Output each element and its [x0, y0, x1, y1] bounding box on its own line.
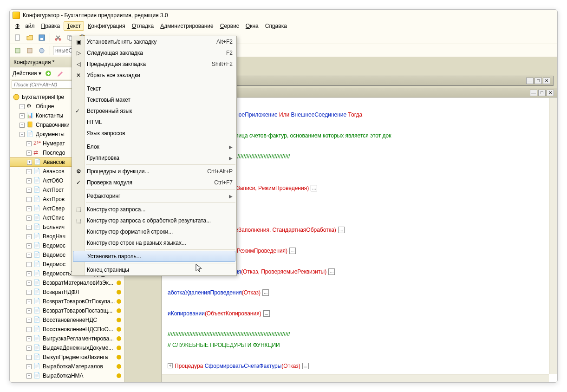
submenu-arrow-icon: ▶ [229, 156, 233, 161]
menu-query-constructor[interactable]: ⬚Конструктор запроса... [72, 204, 236, 215]
svg-rect-10 [27, 48, 32, 53]
scrollbar-vertical[interactable] [549, 98, 557, 374]
menu-service[interactable]: Сервис [217, 22, 242, 30]
menu-query-lang[interactable]: Язык запросов [72, 128, 236, 139]
menu-set-bookmark[interactable]: ▣Установить/снять закладкуAlt+F2 [72, 36, 236, 47]
menu-text-template[interactable]: Текстовый макет [72, 94, 236, 105]
tool-icon[interactable] [25, 46, 35, 56]
tool-icon[interactable] [13, 46, 23, 56]
menubar: Файл Правка Текст Конфигурация Отладка А… [10, 21, 557, 31]
new-icon[interactable] [13, 33, 23, 43]
svg-rect-2 [40, 38, 43, 40]
submenu-arrow-icon: ▶ [229, 194, 233, 199]
submenu-arrow-icon: ▶ [229, 144, 233, 150]
menu-procedures[interactable]: ⚙Процедуры и функции...Crtl+Alt+P [72, 166, 236, 177]
text-menu-dropdown: ▣Установить/снять закладкуAlt+F2 ▷Следую… [72, 36, 237, 276]
menu-query-constructor-result[interactable]: ⬚Конструктор запроса с обработкой резуль… [72, 215, 236, 226]
folder-icon: ⚙ [26, 103, 34, 110]
window-title: Конфигуратор - Бухгалтерия предприятия, … [23, 12, 168, 19]
check-icon: ✓ [75, 108, 80, 114]
menu-file[interactable]: Файл [13, 22, 38, 30]
minimize-icon[interactable]: — [526, 78, 534, 84]
menu-config[interactable]: Конфигурация [85, 22, 128, 30]
tree-expand-icon[interactable]: + [20, 113, 25, 118]
menu-string-constructor[interactable]: Конструктор строк на разных языках... [72, 237, 236, 248]
tool-icon[interactable] [37, 46, 47, 56]
menu-refactoring[interactable]: Рефакторинг▶ [72, 190, 236, 202]
scrollbar-horizontal[interactable] [162, 374, 549, 382]
tree-expand-icon[interactable]: + [20, 123, 25, 128]
svg-rect-0 [15, 35, 20, 40]
globe-icon [13, 93, 20, 101]
menu-text[interactable]: Текст [64, 21, 84, 31]
save-icon[interactable] [37, 33, 47, 43]
add-icon[interactable] [43, 68, 53, 78]
menu-edit[interactable]: Правка [39, 22, 63, 30]
menu-page-end[interactable]: Конец страницы [72, 264, 236, 275]
svg-point-17 [13, 94, 19, 100]
close-icon[interactable]: ✕ [547, 90, 554, 96]
maximize-icon[interactable]: □ [538, 90, 546, 96]
menu-grouping[interactable]: Группировка▶ [72, 152, 236, 163]
svg-rect-9 [15, 48, 20, 53]
menu-prev-bookmark[interactable]: ◁Предыдущая закладкаShift+F2 [72, 59, 236, 70]
menu-admin[interactable]: Администрирование [157, 22, 216, 30]
clear-icon: ✕ [75, 72, 82, 79]
titlebar: Конфигуратор - Бухгалтерия предприятия, … [10, 10, 557, 21]
menu-help[interactable]: Справка [262, 22, 290, 30]
menu-clear-bookmarks[interactable]: ✕Убрать все закладки [72, 70, 236, 81]
cut-icon[interactable] [53, 33, 63, 43]
close-icon[interactable]: ✕ [543, 78, 550, 84]
open-icon[interactable] [25, 33, 35, 43]
menu-block[interactable]: Блок▶ [72, 141, 236, 152]
menu-format-constructor[interactable]: Конструктор форматной строки... [72, 226, 236, 237]
maximize-icon[interactable]: □ [534, 78, 542, 84]
svg-point-11 [39, 48, 44, 53]
catalog-icon: 📒 [26, 121, 34, 129]
check-icon: ✓ [75, 179, 82, 186]
menu-next-bookmark[interactable]: ▷Следующая закладкаF2 [72, 47, 236, 59]
docs-icon: 📄 [26, 131, 34, 138]
minimize-icon[interactable]: — [530, 90, 537, 96]
menu-debug[interactable]: Отладка [129, 22, 156, 30]
tree-collapse-icon[interactable]: − [20, 132, 25, 137]
menu-check-module[interactable]: ✓Проверка модуляCtrl+F7 [72, 177, 236, 188]
sidebar-actions[interactable]: Действия ▾ [13, 70, 41, 77]
const-icon: 📊 [26, 112, 34, 119]
constructor-icon: ⬚ [75, 217, 82, 224]
menu-builtin-lang[interactable]: ✓Встроенный язык [72, 105, 236, 117]
next-icon: ▷ [75, 49, 82, 57]
fold-icon[interactable]: + [168, 363, 173, 368]
tree-expand-icon[interactable]: + [20, 104, 25, 109]
bookmark-icon: ▣ [75, 38, 82, 46]
app-icon [13, 12, 20, 19]
menu-plain-text[interactable]: Текст [72, 83, 236, 94]
menu-set-password[interactable]: Установить пароль... [73, 251, 235, 262]
procs-icon: ⚙ [75, 168, 82, 175]
constructor-icon: ⬚ [75, 206, 82, 213]
menu-html[interactable]: HTML [72, 117, 236, 128]
edit-icon[interactable] [55, 68, 65, 78]
prev-icon: ◁ [75, 60, 82, 68]
menu-windows[interactable]: Окна [243, 22, 261, 30]
